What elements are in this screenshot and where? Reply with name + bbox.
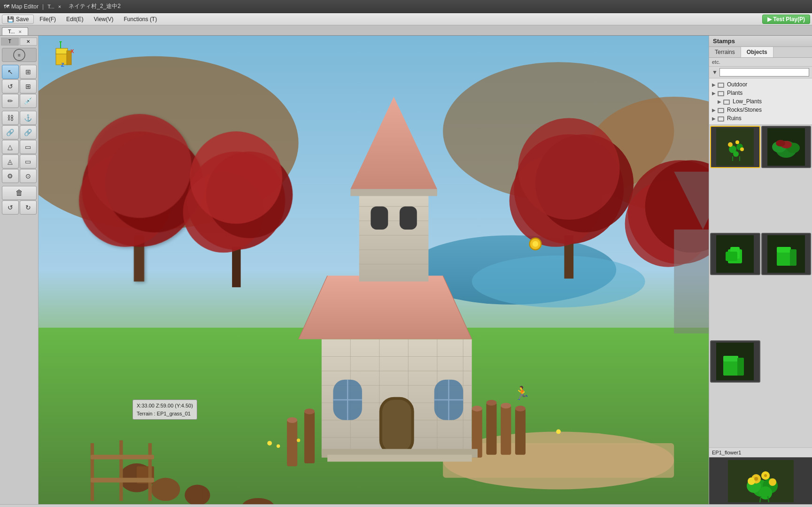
svg-point-138	[748, 477, 755, 485]
tree-item-outdoor[interactable]: ▶ Outdoor	[710, 80, 811, 89]
save-button[interactable]: 💾 Save	[2, 15, 34, 24]
svg-point-33	[518, 118, 620, 220]
tool-rotate-right[interactable]: ⊞	[20, 79, 37, 93]
tree-item-ruins[interactable]: ▶ Ruins	[710, 114, 811, 123]
floppy-icon: 💾	[7, 16, 14, 23]
svg-rect-123	[777, 252, 791, 266]
svg-rect-92	[148, 443, 152, 501]
svg-rect-91	[119, 440, 123, 501]
tool-measure[interactable]: ▭	[20, 154, 37, 169]
expand-icon-low-plants: ▶	[718, 99, 721, 104]
stamp-item-flower2[interactable]	[761, 126, 812, 168]
viewport[interactable]: X Z	[39, 36, 709, 504]
tab-close-button[interactable]: ✕	[18, 30, 22, 34]
terrain-text: Terrain : EP1_grass_01	[137, 410, 193, 418]
svg-rect-63	[382, 400, 411, 452]
stamp-item-cube2[interactable]	[710, 340, 760, 383]
scene-nav-icon: ≡	[2, 48, 37, 62]
svg-point-76	[287, 417, 297, 423]
svg-point-107	[728, 142, 733, 147]
tab-indicator: T...	[47, 4, 54, 9]
tool-fill[interactable]: ◬	[2, 154, 19, 169]
svg-rect-121	[726, 252, 737, 261]
svg-rect-124	[777, 247, 791, 253]
svg-point-97	[267, 441, 272, 446]
svg-point-80	[501, 403, 511, 408]
stamp-item-cube1[interactable]	[761, 233, 812, 275]
file-menu[interactable]: File(F)	[35, 15, 61, 23]
tab-bar: T... ✕	[0, 25, 812, 36]
tool-anchor[interactable]: ⚓	[20, 111, 37, 125]
toolbar-tab-T[interactable]: T	[1, 38, 19, 46]
tool-select-arrow[interactable]: ↖	[2, 65, 19, 79]
left-toolbar: T ✕ ≡ ↖ ⊞ ↺ ⊞ ✏ 💉 ⛓ ⚓	[0, 36, 39, 504]
tool-redo[interactable]: ↻	[20, 200, 37, 215]
tool-group[interactable]: 🔗	[2, 125, 19, 139]
scene-svg	[39, 36, 709, 504]
right-panel: Stamps Terrains Objects etc. ▼ ▶ Outdoor…	[709, 36, 812, 504]
svg-point-99	[297, 438, 300, 442]
tree-item-plants[interactable]: ▶ Plants	[710, 89, 811, 97]
status-tooltip: X:33.00 Z:59.00 (Y:4.50) Terrain : EP1_g…	[132, 399, 197, 420]
svg-point-18	[472, 255, 645, 307]
map-name-title: ネイティ村_2_途中2	[69, 2, 121, 10]
svg-rect-102	[674, 230, 709, 333]
tab-map-label: T...	[8, 29, 15, 34]
stamps-tree: ▶ Outdoor ▶ Plants ▶ Low_Plants ▶ Rocks/…	[709, 78, 812, 125]
svg-rect-83	[327, 455, 472, 462]
tool-eyedrop[interactable]: 💉	[20, 94, 37, 108]
view-menu[interactable]: View(V)	[89, 15, 118, 23]
tab-terrains[interactable]: Terrains	[709, 47, 741, 57]
toolbar-tab-close[interactable]: ✕	[20, 38, 38, 46]
svg-point-23	[88, 114, 192, 218]
svg-point-78	[472, 406, 482, 411]
test-play-button[interactable]: ▶ Test Play(P)	[762, 15, 810, 24]
tab-objects[interactable]: Objects	[741, 47, 773, 57]
svg-point-81	[515, 406, 526, 411]
app-icon: 🗺	[4, 3, 9, 10]
axis-widget: X Z	[44, 41, 82, 79]
svg-rect-93	[91, 455, 154, 460]
svg-point-96	[533, 241, 538, 246]
tool-undo[interactable]: ↺	[2, 200, 19, 215]
stamp-item-flower1[interactable]	[710, 126, 760, 168]
stamp-preview-large	[709, 457, 812, 504]
stamp-item-bush1[interactable]	[710, 233, 760, 275]
tool-paint[interactable]: ✏	[2, 94, 19, 108]
svg-rect-129	[737, 358, 744, 376]
svg-point-109	[740, 147, 744, 151]
tool-triangle[interactable]: △	[2, 140, 19, 154]
tool-obj[interactable]: ⊙	[20, 169, 37, 183]
svg-rect-75	[515, 408, 526, 454]
tree-label-outdoor: Outdoor	[727, 81, 747, 88]
tab-close-x[interactable]: ×	[56, 4, 63, 9]
svg-rect-73	[486, 403, 496, 455]
tree-item-low-plants[interactable]: ▶ Low_Plants	[710, 97, 811, 106]
svg-text:X: X	[70, 48, 74, 54]
tree-item-rocks[interactable]: ▶ Rocks/Stones	[710, 106, 811, 114]
svg-rect-59	[400, 207, 417, 230]
edit-menu[interactable]: Edit(E)	[62, 15, 88, 23]
filter-icon: ▼	[712, 69, 718, 76]
functions-menu[interactable]: Functions (T)	[119, 15, 162, 23]
svg-point-77	[304, 408, 315, 414]
tab-map[interactable]: T... ✕	[2, 27, 28, 35]
tool-rotate-left[interactable]: ↺	[2, 79, 19, 93]
tool-rect[interactable]: ▭	[20, 140, 37, 154]
svg-text:Z: Z	[61, 62, 64, 68]
svg-marker-8	[59, 41, 62, 42]
coords-text: X:33.00 Z:59.00 (Y:4.50)	[137, 402, 193, 410]
expand-icon-rocks: ▶	[712, 108, 716, 113]
character-icon: 🏃	[514, 385, 530, 401]
tool-ungroup[interactable]: 🔗	[20, 125, 37, 139]
svg-point-137	[769, 478, 776, 486]
filter-input[interactable]	[719, 68, 809, 77]
tool-select-box[interactable]: ⊞	[20, 65, 37, 79]
tool-delete[interactable]: 🗑	[2, 186, 37, 200]
expand-icon-plants: ▶	[712, 91, 716, 96]
stamps-grid	[709, 125, 812, 447]
selected-stamp-name: EP1_flower1	[709, 447, 812, 457]
tool-link[interactable]: ⛓	[2, 111, 19, 125]
app-title: Map Editor	[11, 3, 39, 10]
tool-circle-gear[interactable]: ⚙	[2, 169, 19, 183]
